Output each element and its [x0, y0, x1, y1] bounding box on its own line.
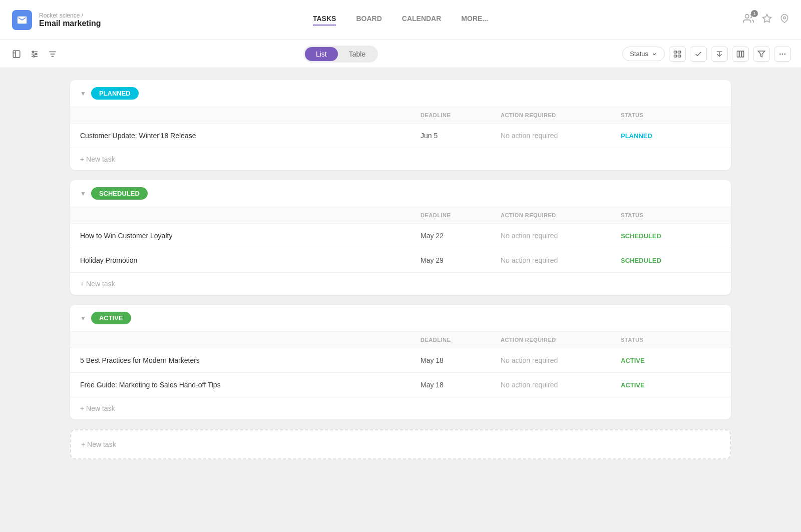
header: Rocket science / Email marketing TASKS B… [0, 0, 801, 40]
planned-group: ▼ PLANNED DEADLINE ACTION REQUIRED STATU… [70, 80, 731, 170]
task-deadline: Jun 5 [421, 132, 501, 140]
svg-point-8 [36, 53, 37, 55]
svg-rect-13 [678, 55, 680, 57]
filter-button[interactable] [753, 47, 770, 62]
planned-chevron[interactable]: ▼ [80, 90, 86, 97]
svg-point-9 [33, 56, 35, 57]
task-name: Free Guide: Marketing to Sales Hand-off … [80, 381, 421, 389]
header-left: Rocket science / Email marketing [12, 10, 142, 30]
toolbar-center: List Table [65, 46, 616, 63]
table-row[interactable]: How to Win Customer Loyalty May 22 No ac… [70, 223, 731, 248]
filter-adjust-button[interactable] [28, 48, 41, 61]
svg-rect-10 [674, 51, 676, 53]
svg-point-21 [782, 53, 783, 55]
group-by-button[interactable] [669, 47, 686, 62]
active-col-deadline: DEADLINE [421, 337, 501, 343]
task-name: Customer Update: Winter'18 Release [80, 132, 421, 140]
bottom-new-task-label: + New task [81, 440, 116, 448]
app-icon [12, 10, 32, 30]
status-dropdown[interactable]: Status [622, 47, 665, 61]
planned-new-task[interactable]: + New task [70, 148, 731, 170]
table-row[interactable]: Free Guide: Marketing to Sales Hand-off … [70, 372, 731, 397]
scheduled-group: ▼ SCHEDULED DEADLINE ACTION REQUIRED STA… [70, 180, 731, 295]
svg-rect-3 [13, 51, 20, 58]
table-row[interactable]: Customer Update: Winter'18 Release Jun 5… [70, 123, 731, 148]
more-options-button[interactable] [774, 47, 791, 62]
active-col-status: STATUS [621, 337, 721, 343]
main-content: ▼ PLANNED DEADLINE ACTION REQUIRED STATU… [0, 68, 801, 532]
svg-point-22 [784, 53, 785, 55]
expand-button[interactable] [10, 48, 23, 61]
list-toggle-button[interactable]: List [305, 47, 338, 61]
users-icon[interactable]: 1 [743, 13, 754, 27]
planned-col-status: STATUS [621, 112, 721, 118]
toolbar-right: Status [622, 47, 791, 62]
bottom-new-task-card[interactable]: + New task [70, 429, 731, 459]
scheduled-badge: SCHEDULED [91, 187, 148, 200]
active-chevron[interactable]: ▼ [80, 315, 86, 322]
view-toggle: List Table [303, 46, 378, 63]
toolbar-left [10, 48, 59, 61]
planned-col-action: ACTION REQUIRED [501, 112, 621, 118]
table-row[interactable]: 5 Best Practices for Modern Marketers Ma… [70, 348, 731, 372]
task-action: No action required [501, 381, 621, 389]
active-new-task[interactable]: + New task [70, 397, 731, 419]
task-name: 5 Best Practices for Modern Marketers [80, 356, 421, 364]
sort-button[interactable] [46, 48, 59, 61]
task-deadline: May 18 [421, 356, 501, 364]
svg-marker-1 [763, 15, 771, 23]
task-action: No action required [501, 132, 621, 140]
columns-button[interactable] [732, 47, 749, 62]
task-action: No action required [501, 232, 621, 240]
nav-board[interactable]: BOARD [356, 15, 381, 26]
active-badge: ACTIVE [91, 312, 131, 324]
planned-col-deadline: DEADLINE [421, 112, 501, 118]
scheduled-group-header: ▼ SCHEDULED [70, 180, 731, 207]
scheduled-chevron[interactable]: ▼ [80, 190, 86, 197]
svg-point-2 [783, 17, 786, 19]
task-action: No action required [501, 256, 621, 264]
task-status: ACTIVE [621, 357, 721, 364]
header-right: 1 [743, 13, 789, 27]
svg-point-20 [779, 53, 781, 55]
active-group: ▼ ACTIVE DEADLINE ACTION REQUIRED STATUS… [70, 305, 731, 419]
check-button[interactable] [690, 47, 707, 62]
task-deadline: May 22 [421, 232, 501, 240]
main-nav: TASKS BOARD CALENDAR MORE... [313, 15, 488, 26]
svg-rect-16 [737, 51, 739, 57]
breadcrumb: Rocket science / [39, 12, 101, 19]
planned-columns: DEADLINE ACTION REQUIRED STATUS [70, 107, 731, 123]
table-toggle-button[interactable]: Table [338, 47, 376, 61]
user-count-badge: 1 [751, 10, 758, 17]
scheduled-col-action: ACTION REQUIRED [501, 212, 621, 218]
scheduled-col-status: STATUS [621, 212, 721, 218]
toolbar: List Table Status [0, 40, 801, 68]
svg-rect-11 [674, 55, 676, 57]
task-status: PLANNED [621, 132, 721, 140]
table-row[interactable]: Holiday Promotion May 29 No action requi… [70, 248, 731, 272]
scheduled-new-task[interactable]: + New task [70, 272, 731, 295]
task-deadline: May 18 [421, 381, 501, 389]
task-status: SCHEDULED [621, 232, 721, 240]
scheduled-columns: DEADLINE ACTION REQUIRED STATUS [70, 207, 731, 223]
status-label: Status [630, 50, 648, 58]
active-columns: DEADLINE ACTION REQUIRED STATUS [70, 332, 731, 348]
pin-icon[interactable] [780, 14, 789, 26]
planned-badge: PLANNED [91, 87, 139, 100]
svg-point-0 [745, 15, 749, 18]
task-status: SCHEDULED [621, 257, 721, 264]
task-status: ACTIVE [621, 381, 721, 389]
task-name: Holiday Promotion [80, 256, 421, 264]
svg-point-7 [33, 51, 34, 53]
star-icon[interactable] [762, 14, 772, 26]
nav-more[interactable]: MORE... [461, 15, 488, 26]
scheduled-col-deadline: DEADLINE [421, 212, 501, 218]
project-title: Email marketing [39, 19, 101, 28]
task-action: No action required [501, 356, 621, 364]
nav-calendar[interactable]: CALENDAR [402, 15, 442, 26]
sort-order-button[interactable] [711, 47, 728, 62]
header-title-block: Rocket science / Email marketing [39, 12, 101, 28]
svg-marker-19 [758, 51, 764, 57]
task-name: How to Win Customer Loyalty [80, 232, 421, 240]
nav-tasks[interactable]: TASKS [313, 15, 336, 26]
